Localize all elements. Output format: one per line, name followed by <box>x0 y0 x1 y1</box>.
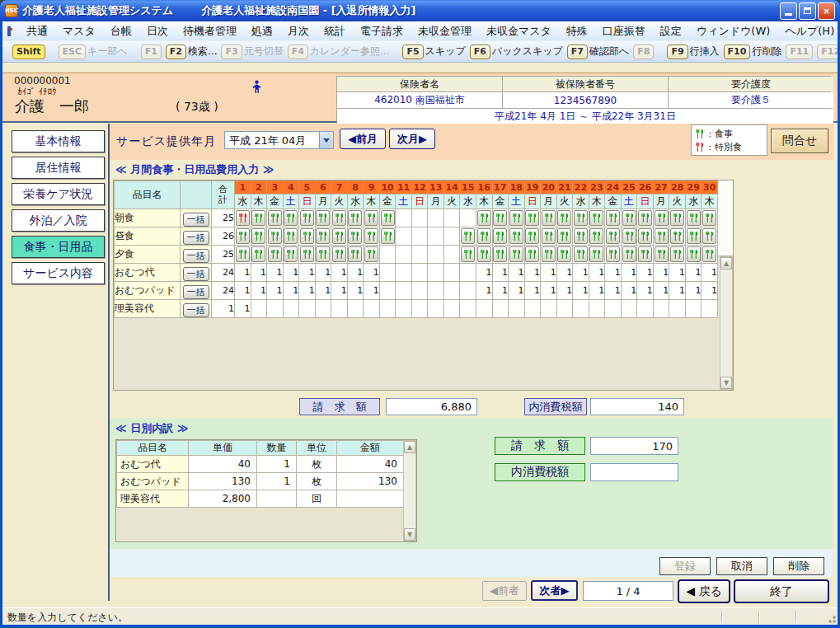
day-cell[interactable]: 1 <box>702 264 718 282</box>
day-cell[interactable] <box>235 246 251 264</box>
day-cell[interactable] <box>460 264 476 282</box>
day-cell[interactable] <box>589 227 605 246</box>
batch-button[interactable]: 一括 <box>183 231 209 245</box>
toolbar-key-f5[interactable]: F5スキップ <box>402 45 465 59</box>
day-cell[interactable] <box>347 300 364 318</box>
meal-icon[interactable] <box>638 228 652 244</box>
day-cell[interactable] <box>411 227 428 246</box>
meal-icon[interactable] <box>622 246 636 262</box>
day-cell[interactable]: 1 <box>524 282 541 300</box>
day-cell[interactable] <box>637 300 654 318</box>
day-cell[interactable] <box>589 209 605 227</box>
day-cell[interactable]: 1 <box>573 282 589 300</box>
meal-icon[interactable] <box>574 210 588 226</box>
calendar-scrollbar[interactable]: ▲ ▼ <box>720 256 733 390</box>
day-cell[interactable]: 1 <box>605 282 622 300</box>
day-cell[interactable] <box>653 300 669 318</box>
chevron-down-icon[interactable] <box>319 132 333 148</box>
day-cell[interactable]: 1 <box>315 282 331 300</box>
meal-icon[interactable] <box>268 246 282 262</box>
menu-item-0[interactable]: 共通 <box>19 22 55 40</box>
menu-item-11[interactable]: 特殊 <box>559 22 595 40</box>
daily-unit-cell[interactable]: 枚 <box>297 456 337 473</box>
day-cell[interactable] <box>509 300 525 318</box>
day-cell[interactable] <box>476 246 492 264</box>
meal-icon[interactable] <box>236 246 250 262</box>
day-cell[interactable] <box>396 209 412 227</box>
day-cell[interactable]: 1 <box>589 282 605 300</box>
day-cell[interactable] <box>235 209 251 227</box>
menu-item-1[interactable]: マスタ <box>55 22 103 40</box>
day-cell[interactable] <box>364 300 380 318</box>
meal-icon[interactable] <box>525 210 539 226</box>
meal-icon[interactable] <box>687 228 701 244</box>
daily-unit-price-cell[interactable]: 130 <box>189 473 257 490</box>
meal-icon[interactable] <box>509 246 523 262</box>
menu-item-4[interactable]: 待機者管理 <box>176 22 244 40</box>
meal-icon[interactable] <box>284 246 298 262</box>
meal-icon[interactable] <box>670 246 684 262</box>
day-cell[interactable] <box>524 300 541 318</box>
meal-icon[interactable] <box>461 228 475 244</box>
day-cell[interactable] <box>428 282 444 300</box>
meal-icon[interactable] <box>461 246 475 262</box>
day-cell[interactable] <box>443 264 460 282</box>
meal-icon[interactable] <box>655 228 669 244</box>
day-cell[interactable] <box>315 300 331 318</box>
meal-icon[interactable] <box>268 210 282 226</box>
day-cell[interactable] <box>347 209 364 227</box>
day-cell[interactable] <box>315 246 331 264</box>
day-cell[interactable] <box>573 300 589 318</box>
day-cell[interactable] <box>460 282 476 300</box>
meal-icon[interactable] <box>381 228 395 244</box>
day-cell[interactable]: 1 <box>251 264 267 282</box>
day-cell[interactable] <box>685 300 702 318</box>
meal-icon[interactable] <box>606 210 620 226</box>
day-cell[interactable]: 1 <box>702 282 718 300</box>
day-cell[interactable] <box>443 246 460 264</box>
day-cell[interactable]: 1 <box>621 264 637 282</box>
toolbar-key-f7[interactable]: F7確認部へ <box>567 45 629 59</box>
meal-icon[interactable] <box>574 246 588 262</box>
day-cell[interactable] <box>379 300 396 318</box>
day-cell[interactable] <box>251 300 267 318</box>
day-cell[interactable]: 1 <box>267 264 284 282</box>
day-cell[interactable] <box>411 209 428 227</box>
day-cell[interactable] <box>396 282 412 300</box>
day-cell[interactable] <box>267 246 284 264</box>
meal-icon[interactable] <box>348 246 362 262</box>
day-cell[interactable] <box>589 246 605 264</box>
meal-icon[interactable] <box>702 246 716 262</box>
meal-icon[interactable] <box>702 210 716 226</box>
meal-icon[interactable] <box>606 228 620 244</box>
day-cell[interactable] <box>476 209 492 227</box>
day-cell[interactable] <box>637 227 654 246</box>
day-cell[interactable] <box>492 300 509 318</box>
day-cell[interactable]: 1 <box>492 282 509 300</box>
exit-button[interactable]: 終了 <box>734 579 829 603</box>
menu-item-3[interactable]: 日次 <box>139 22 176 40</box>
meal-icon[interactable] <box>251 210 265 226</box>
day-cell[interactable]: 1 <box>283 282 299 300</box>
meal-icon[interactable] <box>284 228 298 244</box>
day-cell[interactable] <box>283 227 299 246</box>
meal-icon[interactable] <box>525 228 539 244</box>
day-cell[interactable] <box>443 282 460 300</box>
daily-amount-cell[interactable]: 130 <box>337 473 404 490</box>
batch-button[interactable]: 一括 <box>183 249 209 263</box>
day-cell[interactable] <box>428 227 444 246</box>
day-cell[interactable] <box>702 300 718 318</box>
monthly-billing-amount[interactable] <box>386 398 477 415</box>
meal-icon[interactable] <box>364 246 378 262</box>
day-cell[interactable] <box>476 227 492 246</box>
daily-quantity-cell[interactable]: 1 <box>257 473 297 490</box>
day-cell[interactable]: 1 <box>364 282 380 300</box>
day-cell[interactable] <box>428 246 444 264</box>
day-cell[interactable] <box>347 246 364 264</box>
day-cell[interactable] <box>637 209 654 227</box>
day-cell[interactable] <box>443 300 460 318</box>
day-cell[interactable] <box>556 246 573 264</box>
day-cell[interactable] <box>653 246 669 264</box>
inquiry-button[interactable]: 問合せ <box>771 129 828 153</box>
day-cell[interactable] <box>556 209 573 227</box>
